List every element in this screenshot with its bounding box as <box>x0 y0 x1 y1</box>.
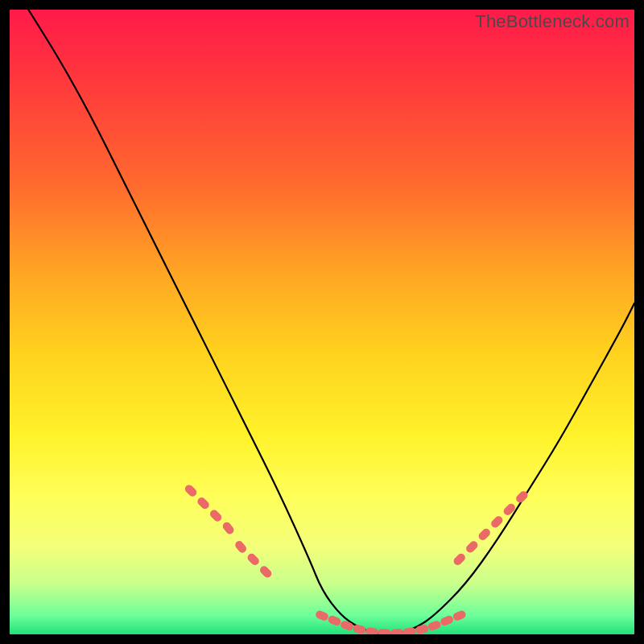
highlight-dash <box>208 508 223 522</box>
highlight-dash <box>315 609 330 621</box>
highlight-dash <box>340 620 354 632</box>
highlight-dash <box>477 527 492 542</box>
highlight-dash <box>502 502 517 517</box>
highlight-dots-right <box>452 489 530 567</box>
highlight-dots-left <box>184 483 274 579</box>
highlight-dash <box>464 539 479 554</box>
plot-area <box>10 10 634 634</box>
highlight-dash <box>452 552 467 567</box>
highlight-dots-bottom <box>315 609 467 634</box>
highlight-dash <box>427 620 441 632</box>
highlight-dash <box>489 514 504 529</box>
highlight-dash <box>452 609 467 621</box>
highlight-dash <box>196 496 210 510</box>
highlight-dash <box>327 614 342 626</box>
highlight-dash <box>415 624 429 634</box>
watermark-text: TheBottleneck.com <box>475 11 630 32</box>
highlight-dash <box>390 629 403 634</box>
highlight-dash <box>258 564 273 579</box>
highlight-dash <box>233 539 248 555</box>
highlight-dash <box>221 521 236 536</box>
chart-svg <box>10 10 634 634</box>
highlight-dash <box>378 629 390 634</box>
highlight-dash <box>184 483 198 497</box>
highlight-dash <box>440 614 455 626</box>
highlight-dash <box>246 552 260 567</box>
bottleneck-curve <box>28 10 634 634</box>
highlight-dash <box>365 627 378 634</box>
